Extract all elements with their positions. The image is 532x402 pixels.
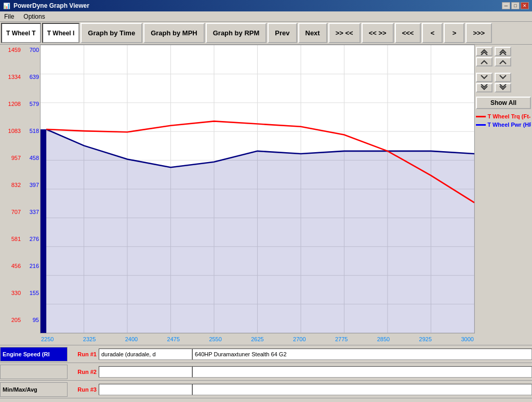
run1-field1[interactable] bbox=[99, 349, 192, 360]
run1-field2[interactable] bbox=[192, 349, 532, 360]
close-button[interactable]: ✕ bbox=[521, 2, 529, 9]
graph-by-mph-button[interactable]: Graph by MPH bbox=[143, 23, 205, 43]
scroll-down-left[interactable] bbox=[476, 73, 493, 82]
run1-label: Run #1 bbox=[77, 351, 97, 357]
run3-field1[interactable] bbox=[99, 384, 192, 395]
zoom-out-button[interactable]: << >> bbox=[362, 23, 394, 43]
tab-twheel-i[interactable]: T Wheel I bbox=[42, 23, 80, 43]
legend-color-torque bbox=[476, 116, 486, 117]
zoom-full-left-button[interactable]: <<< bbox=[395, 23, 421, 43]
scroll-down-right[interactable] bbox=[495, 73, 511, 82]
scroll-double-up-left[interactable] bbox=[476, 47, 493, 56]
app-title: PowerDyne Graph Viewer bbox=[14, 2, 89, 9]
graph-by-time-button[interactable]: Graph by Time bbox=[81, 23, 142, 43]
toolbar: T Wheel T T Wheel I Graph by Time Graph … bbox=[0, 22, 532, 45]
restore-button[interactable]: □ bbox=[511, 2, 520, 9]
x-axis: 2250 2325 2400 2475 2550 2625 2700 2775 … bbox=[40, 336, 475, 342]
right-panel: Show All T Wheel Trq (Ft-l T Wheel Pwr (… bbox=[475, 45, 532, 333]
scroll-double-down-left[interactable] bbox=[476, 83, 493, 92]
menu-options[interactable]: Options bbox=[21, 12, 47, 21]
scroll-double-up-right[interactable] bbox=[495, 47, 511, 56]
scroll-left-button[interactable]: < bbox=[422, 23, 443, 43]
legend-label-torque: T Wheel Trq (Ft-l bbox=[487, 113, 531, 119]
run2-label: Run #2 bbox=[77, 369, 97, 375]
app-icon: 📊 bbox=[3, 3, 10, 9]
minimize-button[interactable]: ─ bbox=[502, 2, 510, 9]
legend-color-power bbox=[476, 124, 486, 126]
menu-bar: File Options bbox=[0, 11, 532, 22]
spacer-label-2 bbox=[0, 365, 68, 379]
run3-label: Run #3 bbox=[77, 386, 97, 393]
svg-marker-22 bbox=[46, 129, 474, 333]
scroll-up-left[interactable] bbox=[476, 57, 493, 66]
show-all-button[interactable]: Show All bbox=[476, 97, 531, 109]
run2-field2[interactable] bbox=[192, 366, 532, 378]
tab-twheel-t[interactable]: T Wheel T bbox=[1, 23, 41, 43]
zoom-full-right-button[interactable]: >>> bbox=[466, 23, 492, 43]
run2-field1[interactable] bbox=[99, 366, 192, 378]
bottom-area: Engine Speed (RI Run #1 Run #2 Min/Max/A… bbox=[0, 345, 532, 402]
chart-area bbox=[40, 45, 475, 333]
engine-speed-label: Engine Speed (RI bbox=[0, 347, 68, 361]
zoom-in-button[interactable]: >> << bbox=[328, 23, 361, 43]
legend: T Wheel Trq (Ft-l T Wheel Pwr (HP bbox=[476, 113, 531, 128]
min-max-avg-label: Min/Max/Avg bbox=[0, 382, 68, 397]
y-axis-blue: 700 639 579 518 458 397 337 276 216 155 … bbox=[22, 45, 40, 333]
y-axis-red: 1459 1334 1208 1083 957 832 707 581 456 … bbox=[0, 45, 22, 333]
menu-file[interactable]: File bbox=[2, 12, 16, 21]
next-button[interactable]: Next bbox=[298, 23, 327, 43]
run3-field2[interactable] bbox=[192, 384, 532, 395]
svg-rect-21 bbox=[41, 129, 46, 333]
scroll-double-down-right[interactable] bbox=[495, 83, 511, 92]
prev-button[interactable]: Prev bbox=[268, 23, 297, 43]
graph-by-rpm-button[interactable]: Graph by RPM bbox=[206, 23, 267, 43]
title-bar: 📊 PowerDyne Graph Viewer ─ □ ✕ bbox=[0, 0, 532, 11]
scroll-up-right[interactable] bbox=[495, 57, 511, 66]
scroll-right-button[interactable]: > bbox=[444, 23, 464, 43]
legend-label-power: T Wheel Pwr (HP bbox=[487, 122, 531, 128]
